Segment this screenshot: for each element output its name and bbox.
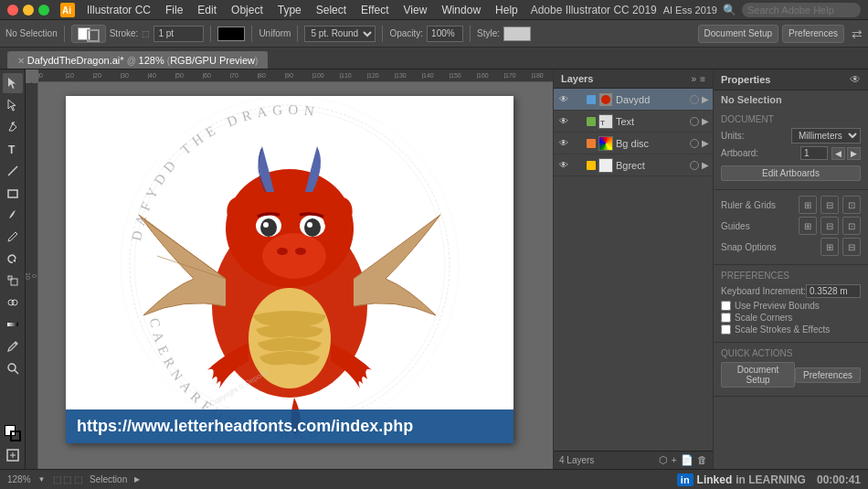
- brush-select[interactable]: 5 pt. Round: [304, 26, 376, 42]
- preview-bounds-checkbox[interactable]: [721, 301, 731, 311]
- preview-bounds-label: Use Preview Bounds: [735, 301, 820, 311]
- arrange-icon[interactable]: ⇄: [852, 27, 863, 41]
- snap-options-row: Snap Options ⊞ ⊟: [721, 238, 861, 256]
- menu-effect[interactable]: Effect: [355, 2, 395, 18]
- menu-edit[interactable]: Edit: [191, 2, 223, 18]
- tool-type[interactable]: T: [3, 139, 23, 159]
- opacity-label: Opacity:: [389, 28, 423, 38]
- layer-color-text: [587, 117, 596, 126]
- eye-icon-text[interactable]: 👁: [557, 115, 570, 128]
- canvas-area[interactable]: 0 10 20 30 40 50 60 70 80 90 100 110 120…: [26, 69, 553, 469]
- tool-pen[interactable]: [3, 117, 23, 137]
- menu-window[interactable]: Window: [435, 2, 487, 18]
- edit-artboards-button[interactable]: Edit Artboards: [721, 165, 861, 181]
- menu-bar: Ai Illustrator CC File Edit Object Type …: [0, 0, 868, 20]
- traffic-lights: [7, 5, 49, 16]
- panel-menu-icon[interactable]: ≡: [700, 74, 705, 84]
- guide-icon-2[interactable]: ⊟: [820, 217, 839, 235]
- ruler-grid-icon-2[interactable]: ⊟: [820, 196, 839, 214]
- layer-expand-bgdisc[interactable]: ▶: [702, 138, 709, 148]
- lock-icon-bgrect[interactable]: [573, 160, 584, 171]
- ruler-grid-icon-1[interactable]: ⊞: [799, 196, 817, 214]
- layer-item-bgdisc[interactable]: 👁 Bg disc ▶: [554, 133, 713, 154]
- document-setup-button[interactable]: Document Setup: [698, 25, 779, 43]
- eye-icon-bgdisc[interactable]: 👁: [557, 137, 570, 150]
- artboard-prev[interactable]: ◀: [831, 147, 845, 160]
- layer-expand-text[interactable]: ▶: [702, 116, 709, 126]
- menu-object[interactable]: Object: [225, 2, 270, 18]
- stroke-color-swatch[interactable]: [217, 27, 245, 41]
- document-section-title: Document: [721, 114, 861, 124]
- add-sublayer-icon[interactable]: +: [672, 454, 677, 466]
- tool-gradient[interactable]: [3, 314, 23, 335]
- tool-eyedropper[interactable]: [3, 336, 23, 356]
- properties-panel-eye-icon[interactable]: 👁: [850, 73, 861, 86]
- eye-icon-bgrect[interactable]: 👁: [557, 159, 570, 172]
- tool-zoom[interactable]: [3, 358, 23, 378]
- quick-doc-setup-button[interactable]: Document Setup: [721, 362, 795, 388]
- close-button[interactable]: [7, 5, 18, 16]
- stroke-input[interactable]: [153, 26, 204, 42]
- menu-file[interactable]: File: [159, 2, 189, 18]
- new-layer-icon[interactable]: 📄: [681, 454, 693, 466]
- scale-corners-checkbox[interactable]: [721, 313, 731, 323]
- layer-item-bgrect[interactable]: 👁 Bgrect ▶: [554, 154, 713, 176]
- menu-illustrator[interactable]: Illustrator CC: [80, 2, 157, 18]
- preferences-section-title: Preferences: [721, 271, 861, 281]
- menu-help[interactable]: Help: [489, 2, 524, 18]
- make-clipping-mask-icon[interactable]: ⬡: [659, 454, 668, 466]
- style-swatch[interactable]: [503, 27, 531, 41]
- drawing-mode[interactable]: [3, 445, 23, 465]
- tool-scale[interactable]: [3, 271, 23, 291]
- document-tab[interactable]: ✕ DafyddTheDragon.ai* @ 128% (RGB/GPU Pr…: [7, 51, 268, 69]
- layer-item-davydd[interactable]: 👁 Davydd ▶: [554, 89, 713, 111]
- ruler-grid-icon-3[interactable]: ⊡: [842, 196, 861, 214]
- eye-icon-davydd[interactable]: 👁: [557, 93, 570, 106]
- tool-pencil[interactable]: [3, 227, 23, 247]
- lock-icon-davydd[interactable]: [573, 94, 584, 105]
- snap-icon-2[interactable]: ⊟: [842, 238, 861, 256]
- search-input[interactable]: [742, 3, 861, 17]
- keyboard-increment-input[interactable]: [806, 284, 861, 298]
- tool-paintbrush[interactable]: [3, 205, 23, 225]
- layer-thumb-bgrect: [598, 158, 613, 173]
- svg-marker-8: [13, 259, 16, 262]
- menu-view[interactable]: View: [397, 2, 434, 18]
- tool-select[interactable]: [3, 73, 23, 93]
- app-icon: Ai: [60, 3, 75, 17]
- snap-icon-1[interactable]: ⊞: [820, 238, 839, 256]
- menu-type[interactable]: Type: [271, 2, 308, 18]
- opacity-input[interactable]: [427, 26, 463, 42]
- tool-shape-builder[interactable]: [3, 292, 23, 313]
- panel-expand-icon[interactable]: »: [692, 74, 697, 84]
- preferences-button[interactable]: Preferences: [782, 25, 844, 43]
- status-left: 128% ▼ ⬚ ⬚ ⬚ Selection ▶: [7, 474, 140, 484]
- linkedin-logo: in: [677, 473, 693, 486]
- tool-direct-select[interactable]: [3, 95, 23, 115]
- guide-icon-1[interactable]: ⊞: [799, 217, 817, 235]
- layer-expand-bgrect[interactable]: ▶: [702, 160, 709, 170]
- tool-line[interactable]: [3, 161, 23, 181]
- svg-point-15: [8, 364, 16, 371]
- scale-strokes-checkbox[interactable]: [721, 324, 731, 335]
- artboard-input[interactable]: [800, 146, 828, 160]
- tool-rotate[interactable]: [3, 249, 23, 269]
- workspace-selector[interactable]: AI Ess 2019: [663, 5, 717, 16]
- guide-icon-3[interactable]: ⊡: [842, 217, 861, 235]
- layer-thumb-text: T: [598, 114, 613, 129]
- quick-preferences-button[interactable]: Preferences: [795, 367, 861, 383]
- menu-select[interactable]: Select: [310, 2, 353, 18]
- fill-tool[interactable]: [3, 423, 23, 443]
- layer-item-text[interactable]: 👁 T Text ▶: [554, 111, 713, 133]
- units-select[interactable]: Millimeters: [791, 128, 861, 144]
- layer-expand-davydd[interactable]: ▶: [702, 94, 709, 104]
- lock-icon-text[interactable]: [573, 116, 584, 127]
- artboard[interactable]: DAFYDD THE DRAGON CAERNARFON CYMRU: [66, 96, 513, 443]
- artboard-next[interactable]: ▶: [847, 147, 861, 160]
- maximize-button[interactable]: [38, 5, 49, 16]
- tool-rectangle[interactable]: [3, 183, 23, 203]
- lock-icon-bgdisc[interactable]: [573, 138, 584, 149]
- delete-layer-icon[interactable]: 🗑: [697, 454, 707, 466]
- minimize-button[interactable]: [23, 5, 34, 16]
- fill-swatch[interactable]: [71, 25, 106, 43]
